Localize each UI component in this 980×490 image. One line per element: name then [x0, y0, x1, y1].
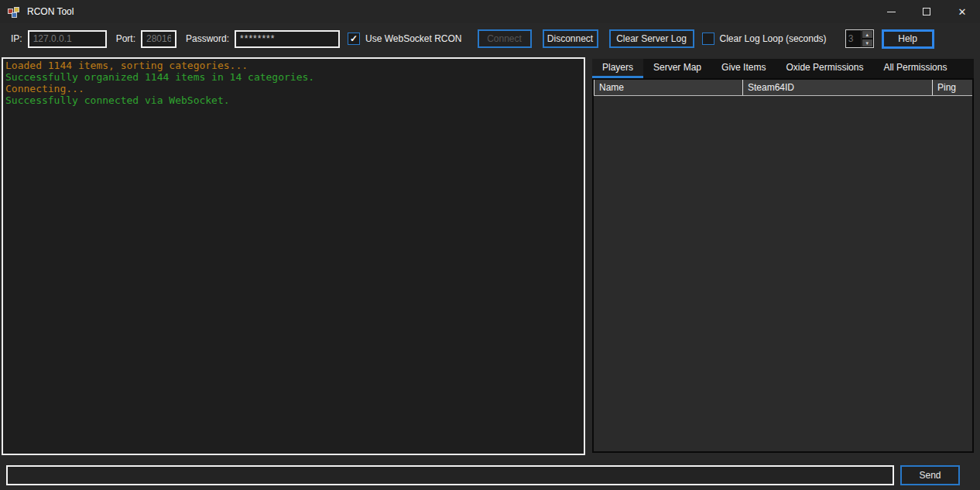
stepper-up-button[interactable]: ▲: [862, 31, 872, 38]
clear-server-log-button[interactable]: Clear Server Log: [609, 29, 694, 48]
loop-seconds-input[interactable]: [846, 30, 861, 47]
players-panel: Players Server Map Give Items Oxide Perm…: [592, 59, 974, 453]
tab-give-items[interactable]: Give Items: [711, 59, 776, 76]
maximize-icon: [923, 8, 930, 15]
password-input[interactable]: [235, 30, 340, 48]
column-header-name[interactable]: Name: [594, 80, 743, 95]
chevron-up-icon: ▲: [865, 33, 869, 37]
app-icon: [8, 5, 20, 18]
tab-strip: Players Server Map Give Items Oxide Perm…: [592, 59, 974, 78]
ip-input[interactable]: [28, 30, 107, 48]
port-label: Port:: [116, 33, 135, 44]
minimize-button[interactable]: [873, 0, 909, 23]
players-listview: Name Steam64ID Ping: [592, 78, 974, 453]
app-icon-yellow-square: [14, 7, 19, 12]
chevron-down-icon: ▼: [865, 41, 869, 46]
log-line: Successfully organized 1144 items in 14 …: [5, 71, 581, 83]
port-input[interactable]: [141, 30, 176, 48]
minimize-icon: [887, 12, 896, 12]
players-table-header: Name Steam64ID Ping: [594, 80, 972, 96]
tab-server-map-label: Server Map: [653, 62, 701, 73]
tab-server-map[interactable]: Server Map: [643, 59, 711, 76]
help-button[interactable]: Help: [882, 29, 934, 49]
log-line: Connecting...: [5, 83, 581, 94]
tab-give-items-label: Give Items: [721, 62, 766, 73]
tab-oxide-permissions[interactable]: Oxide Permissions: [776, 59, 873, 76]
tab-players[interactable]: Players: [592, 59, 643, 76]
disconnect-button[interactable]: Disconnect: [543, 29, 598, 48]
close-icon: ✕: [958, 7, 967, 17]
column-header-steam64id[interactable]: Steam64ID: [743, 80, 933, 95]
ip-label: IP:: [11, 33, 22, 44]
send-button[interactable]: Send: [900, 465, 960, 485]
column-header-ping[interactable]: Ping: [933, 80, 972, 95]
clear-log-loop-label: Clear Log Loop (seconds): [720, 33, 827, 44]
close-button[interactable]: ✕: [944, 0, 980, 23]
stepper-buttons: ▲ ▼: [861, 30, 873, 47]
server-log[interactable]: Loaded 1144 items, sorting categories...…: [2, 57, 585, 455]
connection-toolbar: IP: Port: Password: ✓ Use WebSocket RCON…: [0, 23, 980, 54]
use-websocket-label: Use WebSocket RCON: [365, 33, 461, 44]
tab-players-label: Players: [602, 62, 633, 73]
tab-all-permissions[interactable]: All Permissions: [873, 59, 957, 76]
window-controls: ✕: [873, 0, 980, 23]
command-input[interactable]: [6, 465, 894, 485]
clear-log-loop-checkbox[interactable]: [702, 33, 714, 45]
log-line: Successfully connected via WebSocket.: [5, 94, 581, 106]
app-icon-blue-square: [12, 12, 17, 18]
players-table-body[interactable]: [594, 96, 972, 454]
tab-all-permissions-label: All Permissions: [883, 62, 947, 73]
window-title: RCON Tool: [27, 6, 74, 17]
stepper-down-button[interactable]: ▼: [862, 39, 872, 46]
use-websocket-checkbox[interactable]: ✓: [348, 33, 360, 45]
loop-seconds-stepper[interactable]: ▲ ▼: [845, 29, 874, 48]
tab-oxide-permissions-label: Oxide Permissions: [786, 62, 863, 73]
maximize-button[interactable]: [909, 0, 944, 23]
title-bar: RCON Tool ✕: [0, 0, 980, 23]
log-line: Loaded 1144 items, sorting categories...: [5, 60, 581, 71]
connect-button[interactable]: Connect: [478, 29, 532, 48]
password-label: Password:: [186, 33, 229, 44]
checkmark-icon: ✓: [350, 34, 358, 43]
